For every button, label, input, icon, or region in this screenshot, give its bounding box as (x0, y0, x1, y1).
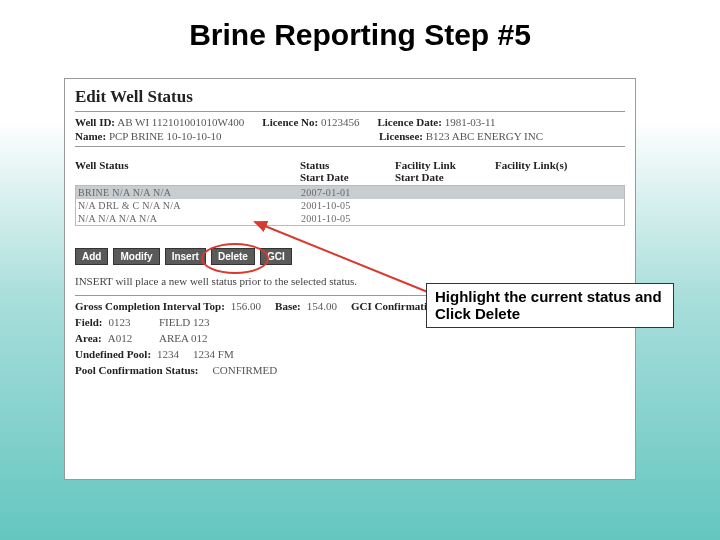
area-name: AREA 012 (159, 332, 208, 344)
col-well-status: Well Status (75, 159, 300, 183)
col-facility-link-start: Facility Link Start Date (395, 159, 495, 183)
cell-fls (496, 213, 622, 224)
cell-well-status: BRINE N/A N/A N/A (78, 187, 301, 198)
licence-no-value: 0123456 (321, 116, 360, 128)
area-label: Area: (75, 332, 102, 344)
app-panel: Edit Well Status Well ID: AB WI 11210100… (64, 78, 636, 480)
pool-conf-label: Pool Confirmation Status: (75, 364, 198, 376)
status-table: BRINE N/A N/A N/A 2007-01-01 N/A DRL & C… (75, 185, 625, 226)
gci-top-value: 156.00 (231, 300, 261, 312)
slide-title: Brine Reporting Step #5 (0, 18, 720, 52)
meta-row-1: Well ID: AB WI 112101001010W400 Licence … (75, 116, 625, 128)
cell-fl-start (396, 213, 496, 224)
cell-start-date: 2001-10-05 (301, 200, 396, 211)
area-code: A012 (108, 332, 132, 344)
cell-fls (496, 187, 622, 198)
meta-row-2: Name: PCP BRINE 10-10-10-10 Licensee: B1… (75, 130, 625, 142)
gci-top-label: Gross Completion Interval Top: (75, 300, 225, 312)
licensee-value: B123 ABC ENERGY INC (426, 130, 543, 142)
cell-fl-start (396, 200, 496, 211)
field-label: Field: (75, 316, 103, 328)
cell-start-date: 2001-10-05 (301, 213, 396, 224)
licence-date-label: Licence Date: (377, 116, 441, 128)
name-value: PCP BRINE 10-10-10-10 (109, 130, 222, 142)
cell-well-status: N/A DRL & C N/A N/A (78, 200, 301, 211)
table-header: Well Status Status Start Date Facility L… (75, 151, 625, 185)
cell-fl-start (396, 187, 496, 198)
well-id-value: AB WI 112101001010W400 (117, 116, 244, 128)
base-value: 154.00 (307, 300, 337, 312)
col-facility-links: Facility Link(s) (495, 159, 625, 183)
field-code: 0123 (109, 316, 131, 328)
table-row[interactable]: N/A DRL & C N/A N/A 2001-10-05 (76, 199, 624, 212)
instruction-callout: Highlight the current status and Click D… (426, 283, 674, 328)
name-label: Name: (75, 130, 106, 142)
button-bar: Add Modify Insert Delete GCI (75, 248, 625, 265)
divider (75, 111, 625, 112)
undef-pool-label: Undefined Pool: (75, 348, 151, 360)
cell-well-status: N/A N/A N/A N/A (78, 213, 301, 224)
licensee-label: Licensee: (379, 130, 423, 142)
panel-heading: Edit Well Status (75, 87, 625, 107)
undef-pool-code: 1234 (157, 348, 179, 360)
well-id-label: Well ID: (75, 116, 115, 128)
delete-button[interactable]: Delete (211, 248, 255, 265)
table-row[interactable]: BRINE N/A N/A N/A 2007-01-01 (76, 186, 624, 199)
insert-button[interactable]: Insert (165, 248, 206, 265)
modify-button[interactable]: Modify (113, 248, 159, 265)
cell-fls (496, 200, 622, 211)
add-button[interactable]: Add (75, 248, 108, 265)
licence-no-label: Licence No: (262, 116, 318, 128)
gci-button[interactable]: GCI (260, 248, 292, 265)
pool-conf-value: CONFIRMED (212, 364, 277, 376)
table-row[interactable]: N/A N/A N/A N/A 2001-10-05 (76, 212, 624, 225)
divider (75, 146, 625, 147)
col-status-start: Status Start Date (300, 159, 395, 183)
undef-pool-name: 1234 FM (193, 348, 234, 360)
cell-start-date: 2007-01-01 (301, 187, 396, 198)
base-label: Base: (275, 300, 301, 312)
field-name: FIELD 123 (159, 316, 209, 328)
licence-date-value: 1981-03-11 (445, 116, 496, 128)
